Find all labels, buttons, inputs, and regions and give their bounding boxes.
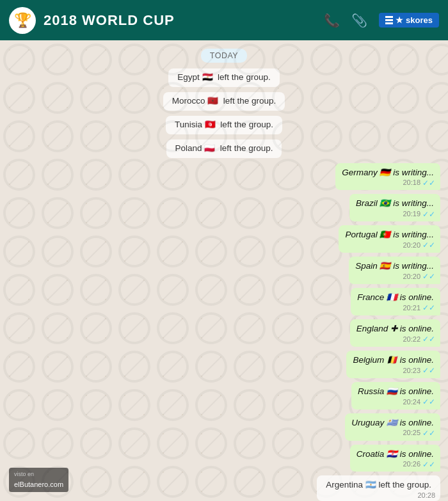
message-meta-england: 20:22 ✓✓ — [403, 334, 435, 345]
skores-label: ★ skores — [396, 15, 433, 25]
message-france: France 🇫🇷 is online. 20:21 ✓✓ — [8, 288, 440, 315]
system-message-poland: Poland 🇵🇱 left the group. — [8, 139, 440, 158]
system-bubble-morocco: Morocco 🇲🇦 left the group. — [163, 92, 285, 111]
bubble-argentina: Argentina 🇦🇷 left the group. 20:28 — [317, 475, 440, 501]
time-croatia: 20:26 — [403, 459, 420, 469]
bubble-germany: Germany 🇩🇪 is writing... 20:18 ✓✓ — [335, 163, 440, 191]
message-meta-spain: 20:20 ✓✓ — [403, 271, 435, 282]
message-text-argentina: Argentina 🇦🇷 left the group. — [326, 480, 431, 489]
message-argentina: Argentina 🇦🇷 left the group. 20:28 — [8, 475, 440, 501]
bubble-belgium: Belgium 🇧🇪 is online. 20:23 ✓✓ — [346, 351, 440, 378]
system-text-egypt: Egypt 🇪🇬 left the group. — [177, 72, 270, 82]
bubble-russia: Russia 🇷🇺 is online. 20:24 ✓✓ — [351, 382, 440, 410]
ticks-belgium: ✓✓ — [422, 365, 435, 376]
message-meta-brazil: 20:19 ✓✓ — [403, 209, 435, 220]
time-russia: 20:24 — [403, 397, 420, 407]
ticks-russia: ✓✓ — [422, 397, 435, 408]
message-spain: Spain 🇪🇸 is writing... 20:20 ✓✓ — [8, 257, 440, 284]
group-avatar[interactable]: 🏆 — [9, 7, 36, 34]
message-meta-uruguay: 20:25 ✓✓ — [403, 428, 435, 439]
message-meta-portugal: 20:20 ✓✓ — [403, 240, 435, 251]
message-belgium: Belgium 🇧🇪 is online. 20:23 ✓✓ — [8, 351, 440, 378]
ticks-brazil: ✓✓ — [422, 209, 435, 220]
ticks-england: ✓✓ — [422, 334, 435, 345]
chat-messages: TODAY Egypt 🇪🇬 left the group. Morocco 🇲… — [0, 40, 448, 501]
date-separator: TODAY — [8, 49, 440, 61]
message-meta-russia: 20:24 ✓✓ — [403, 397, 435, 408]
skores-badge[interactable]: ★ skores — [379, 13, 439, 28]
bubble-portugal: Portugal 🇵🇹 is writing... 20:20 ✓✓ — [339, 225, 440, 253]
system-bubble-poland: Poland 🇵🇱 left the group. — [166, 139, 282, 158]
time-germany: 20:18 — [403, 178, 420, 187]
video-icon[interactable]: 📎 — [351, 13, 367, 28]
message-portugal: Portugal 🇵🇹 is writing... 20:20 ✓✓ — [8, 225, 440, 253]
system-text-morocco: Morocco 🇲🇦 left the group. — [172, 96, 276, 106]
trophy-icon: 🏆 — [14, 12, 31, 29]
message-germany: Germany 🇩🇪 is writing... 20:18 ✓✓ — [8, 163, 440, 191]
time-brazil: 20:19 — [403, 209, 420, 219]
message-text-germany: Germany 🇩🇪 is writing... — [342, 168, 434, 177]
system-bubble-egypt: Egypt 🇪🇬 left the group. — [168, 68, 279, 87]
date-label-text: TODAY — [201, 49, 247, 63]
message-text-brazil: Brazil 🇧🇷 is writing... — [356, 198, 434, 208]
watermark-visto: visto en — [14, 470, 63, 479]
time-uruguay: 20:25 — [403, 428, 420, 438]
system-text-tunisia: Tunisia 🇹🇳 left the group. — [175, 120, 273, 129]
message-text-belgium: Belgium 🇧🇪 is online. — [353, 355, 434, 365]
message-text-portugal: Portugal 🇵🇹 is writing... — [345, 230, 434, 239]
bubble-france: France 🇫🇷 is online. 20:21 ✓✓ — [351, 288, 440, 315]
message-england: England ✚ is online. 20:22 ✓✓ — [8, 319, 440, 347]
message-text-uruguay: Uruguay 🇺🇾 is online. — [351, 418, 434, 427]
ticks-spain: ✓✓ — [422, 271, 435, 282]
bubble-england: England ✚ is online. 20:22 ✓✓ — [350, 319, 440, 347]
message-meta-belgium: 20:23 ✓✓ — [403, 365, 435, 376]
chat-title[interactable]: 2018 WORLD CUP — [44, 12, 316, 29]
system-message-tunisia: Tunisia 🇹🇳 left the group. — [8, 116, 440, 134]
bubble-spain: Spain 🇪🇸 is writing... 20:20 ✓✓ — [349, 257, 440, 284]
system-bubble-tunisia: Tunisia 🇹🇳 left the group. — [166, 116, 282, 134]
system-message-egypt: Egypt 🇪🇬 left the group. — [8, 68, 440, 87]
message-meta-france: 20:21 ✓✓ — [403, 303, 435, 314]
bubble-uruguay: Uruguay 🇺🇾 is online. 20:25 ✓✓ — [345, 413, 440, 441]
time-france: 20:21 — [403, 303, 420, 313]
ticks-germany: ✓✓ — [422, 178, 435, 189]
message-text-russia: Russia 🇷🇺 is online. — [358, 386, 434, 396]
ticks-portugal: ✓✓ — [422, 240, 435, 251]
phone-icon[interactable]: 📞 — [324, 13, 340, 28]
ticks-uruguay: ✓✓ — [422, 428, 435, 439]
message-meta-germany: 20:18 ✓✓ — [403, 178, 435, 189]
time-portugal: 20:20 — [403, 241, 420, 250]
message-meta-argentina: 20:28 — [417, 491, 435, 499]
system-message-morocco: Morocco 🇲🇦 left the group. — [8, 92, 440, 111]
message-text-croatia: Croatia 🇭🇷 is online. — [356, 449, 434, 459]
message-text-england: England ✚ is online. — [356, 324, 434, 333]
chat-header: 🏆 2018 WORLD CUP 📞 📎 ★ skores — [0, 0, 448, 40]
message-meta-croatia: 20:26 ✓✓ — [403, 459, 435, 470]
message-brazil: Brazil 🇧🇷 is writing... 20:19 ✓✓ — [8, 194, 440, 221]
message-uruguay: Uruguay 🇺🇾 is online. 20:25 ✓✓ — [8, 413, 440, 441]
ticks-france: ✓✓ — [422, 303, 435, 314]
watermark: visto en elButanero.com — [9, 468, 68, 492]
time-england: 20:22 — [403, 335, 420, 344]
time-argentina: 20:28 — [417, 491, 435, 499]
skores-lines-icon — [385, 16, 393, 24]
header-actions: 📞 📎 ★ skores — [324, 13, 439, 28]
message-text-france: France 🇫🇷 is online. — [357, 292, 434, 302]
watermark-site: elButanero.com — [14, 481, 63, 488]
message-russia: Russia 🇷🇺 is online. 20:24 ✓✓ — [8, 382, 440, 410]
system-text-poland: Poland 🇵🇱 left the group. — [175, 143, 273, 153]
bubble-croatia: Croatia 🇭🇷 is online. 20:26 ✓✓ — [350, 445, 440, 472]
bubble-brazil: Brazil 🇧🇷 is writing... 20:19 ✓✓ — [349, 194, 440, 221]
message-text-spain: Spain 🇪🇸 is writing... — [355, 261, 434, 271]
ticks-croatia: ✓✓ — [422, 459, 435, 470]
message-croatia: Croatia 🇭🇷 is online. 20:26 ✓✓ — [8, 445, 440, 472]
time-belgium: 20:23 — [403, 366, 420, 376]
time-spain: 20:20 — [403, 272, 420, 282]
